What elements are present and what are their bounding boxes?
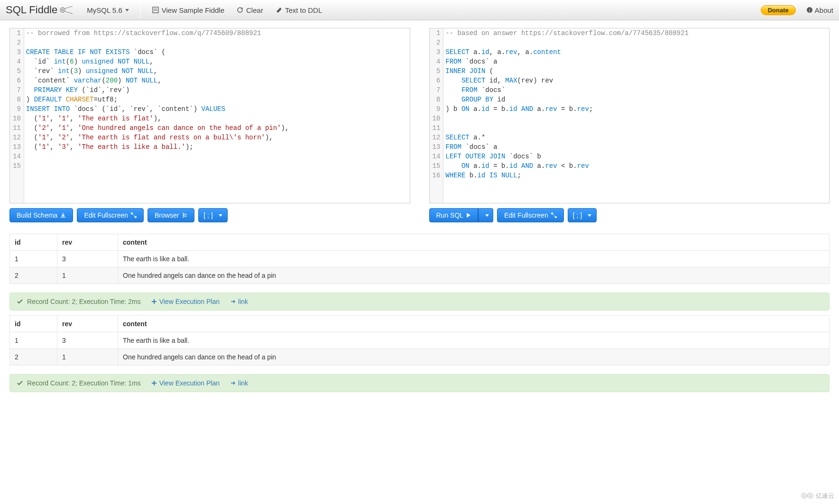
chevron-down-icon bbox=[125, 9, 129, 11]
table-cell: 3 bbox=[57, 332, 118, 349]
fullscreen-icon bbox=[131, 212, 137, 218]
chevron-down-icon bbox=[485, 214, 489, 217]
view-sample-fiddle-link[interactable]: View Sample Fiddle bbox=[152, 6, 224, 14]
chevron-down-icon bbox=[219, 214, 222, 217]
table-cell: One hundred angels can dance on the head… bbox=[118, 267, 830, 284]
wrench-icon bbox=[276, 7, 282, 13]
plus-icon bbox=[151, 299, 157, 304]
chevron-down-icon bbox=[588, 214, 591, 217]
record-count-text: Record Count: 2; Execution Time: 2ms bbox=[27, 298, 141, 305]
main-toolbar: SQL Fiddle MySQL 5.6 View Sample Fiddle … bbox=[0, 0, 839, 20]
results-table: idrevcontent13The earth is like a ball.2… bbox=[9, 234, 830, 284]
schema-pane: 123456789101112131415 -- borrowed from h… bbox=[9, 28, 410, 222]
column-header[interactable]: content bbox=[118, 316, 830, 332]
tree-icon bbox=[182, 212, 187, 218]
column-header[interactable]: rev bbox=[57, 316, 118, 332]
record-count-text: Record Count: 2; Execution Time: 1ms bbox=[27, 379, 141, 387]
table-row: 21One hundred angels can dance on the he… bbox=[10, 349, 830, 366]
browser-button[interactable]: Browser bbox=[148, 208, 194, 222]
query-pane: 12345678910111213141516 -- based on answ… bbox=[429, 28, 830, 222]
column-header[interactable]: content bbox=[118, 234, 830, 251]
clear-label: Clear bbox=[246, 6, 263, 14]
fiddle-logo-icon bbox=[59, 5, 74, 15]
table-cell: The earth is like a ball. bbox=[118, 332, 830, 349]
table-row: 21One hundred angels can dance on the he… bbox=[10, 267, 830, 284]
fullscreen-icon bbox=[551, 212, 557, 218]
brand-logo[interactable]: SQL Fiddle bbox=[6, 4, 74, 16]
info-icon: i bbox=[806, 7, 813, 13]
database-selector-label: MySQL 5.6 bbox=[87, 6, 122, 14]
run-sql-button[interactable]: Run SQL bbox=[429, 208, 479, 222]
table-row: 13The earth is like a ball. bbox=[10, 251, 830, 267]
arrow-icon bbox=[230, 380, 236, 386]
table-cell: The earth is like a ball. bbox=[118, 251, 830, 267]
query-edit-fullscreen-button[interactable]: Edit Fullscreen bbox=[497, 208, 564, 222]
database-selector[interactable]: MySQL 5.6 bbox=[87, 6, 129, 14]
column-header[interactable]: id bbox=[10, 316, 57, 332]
schema-buttonbar: Build Schema Edit Fullscreen Browser [ ;… bbox=[9, 208, 410, 222]
plus-icon bbox=[151, 380, 157, 386]
table-row: 13The earth is like a ball. bbox=[10, 332, 830, 349]
run-sql-split-button: Run SQL bbox=[429, 208, 494, 222]
view-execution-plan-link[interactable]: View Execution Plan bbox=[151, 379, 220, 387]
table-cell: 1 bbox=[10, 332, 57, 349]
result-permalink[interactable]: link bbox=[230, 298, 248, 305]
result-statusbar: Record Count: 2; Execution Time: 1msView… bbox=[9, 374, 830, 392]
list-icon bbox=[152, 7, 159, 13]
build-schema-button[interactable]: Build Schema bbox=[9, 208, 73, 222]
table-cell: 1 bbox=[57, 349, 118, 366]
column-header[interactable]: id bbox=[10, 234, 57, 251]
query-editor[interactable]: 12345678910111213141516 -- based on answ… bbox=[429, 28, 830, 203]
table-cell: 2 bbox=[10, 267, 57, 284]
query-gutter: 12345678910111213141516 bbox=[430, 28, 444, 203]
column-header[interactable]: rev bbox=[57, 234, 118, 251]
check-icon bbox=[17, 380, 23, 386]
table-cell: 3 bbox=[57, 251, 118, 267]
about-link[interactable]: i About bbox=[806, 6, 833, 14]
arrow-icon bbox=[230, 299, 236, 304]
query-terminator-button[interactable]: [ ; ] bbox=[568, 208, 597, 222]
play-icon bbox=[466, 212, 471, 218]
result-permalink[interactable]: link bbox=[230, 379, 248, 387]
schema-terminator-button[interactable]: [ ; ] bbox=[198, 208, 227, 222]
schema-code[interactable]: -- borrowed from https://stackoverflow.c… bbox=[24, 28, 291, 203]
table-cell: 2 bbox=[10, 349, 57, 366]
brand-text: SQL Fiddle bbox=[6, 4, 57, 16]
donate-button[interactable]: Donate bbox=[761, 5, 796, 15]
toolbar-divider bbox=[140, 1, 141, 18]
refresh-icon bbox=[237, 7, 243, 13]
download-icon bbox=[60, 212, 66, 218]
schema-edit-fullscreen-button[interactable]: Edit Fullscreen bbox=[77, 208, 144, 222]
results-table: idrevcontent13The earth is like a ball.2… bbox=[9, 315, 830, 366]
text-to-ddl-link[interactable]: Text to DDL bbox=[276, 6, 322, 14]
text-to-ddl-label: Text to DDL bbox=[285, 6, 322, 14]
schema-editor[interactable]: 123456789101112131415 -- borrowed from h… bbox=[9, 28, 410, 203]
svg-text:i: i bbox=[809, 8, 810, 13]
run-sql-dropdown-button[interactable] bbox=[478, 208, 493, 222]
query-buttonbar: Run SQL Edit Fullscreen [ ; ] bbox=[429, 208, 830, 222]
results-area: idrevcontent13The earth is like a ball.2… bbox=[0, 222, 839, 402]
svg-point-0 bbox=[60, 8, 65, 12]
check-icon bbox=[17, 298, 23, 305]
view-execution-plan-link[interactable]: View Execution Plan bbox=[151, 298, 220, 305]
schema-gutter: 123456789101112131415 bbox=[10, 28, 24, 203]
clear-link[interactable]: Clear bbox=[237, 6, 263, 14]
about-label: About bbox=[815, 6, 833, 14]
svg-rect-2 bbox=[153, 7, 158, 13]
view-sample-label: View Sample Fiddle bbox=[162, 6, 224, 14]
table-cell: One hundred angels can dance on the head… bbox=[118, 349, 830, 366]
table-cell: 1 bbox=[57, 267, 118, 284]
svg-point-1 bbox=[62, 9, 64, 11]
result-statusbar: Record Count: 2; Execution Time: 2msView… bbox=[9, 293, 830, 311]
table-cell: 1 bbox=[10, 251, 57, 267]
query-code[interactable]: -- based on answer https://stackoverflow… bbox=[443, 28, 690, 203]
